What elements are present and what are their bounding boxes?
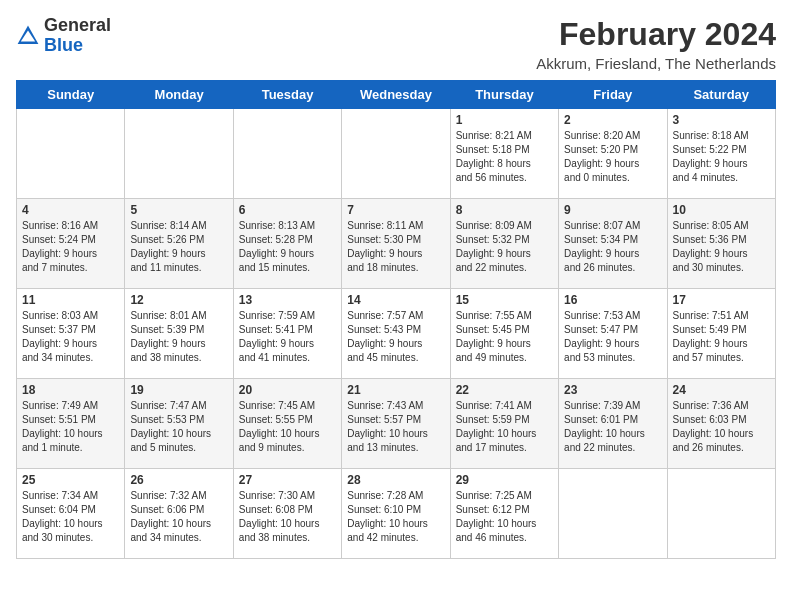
day-info: Sunrise: 8:09 AM Sunset: 5:32 PM Dayligh… (456, 219, 553, 275)
calendar-header: SundayMondayTuesdayWednesdayThursdayFrid… (17, 81, 776, 109)
day-info: Sunrise: 8:01 AM Sunset: 5:39 PM Dayligh… (130, 309, 227, 365)
calendar-cell: 7Sunrise: 8:11 AM Sunset: 5:30 PM Daylig… (342, 199, 450, 289)
calendar-cell (17, 109, 125, 199)
day-info: Sunrise: 7:32 AM Sunset: 6:06 PM Dayligh… (130, 489, 227, 545)
day-info: Sunrise: 8:11 AM Sunset: 5:30 PM Dayligh… (347, 219, 444, 275)
location: Akkrum, Friesland, The Netherlands (536, 55, 776, 72)
week-row-4: 18Sunrise: 7:49 AM Sunset: 5:51 PM Dayli… (17, 379, 776, 469)
calendar-cell (667, 469, 775, 559)
header-tuesday: Tuesday (233, 81, 341, 109)
calendar-cell: 16Sunrise: 7:53 AM Sunset: 5:47 PM Dayli… (559, 289, 667, 379)
header-row: SundayMondayTuesdayWednesdayThursdayFrid… (17, 81, 776, 109)
calendar-cell: 9Sunrise: 8:07 AM Sunset: 5:34 PM Daylig… (559, 199, 667, 289)
week-row-5: 25Sunrise: 7:34 AM Sunset: 6:04 PM Dayli… (17, 469, 776, 559)
calendar-cell: 24Sunrise: 7:36 AM Sunset: 6:03 PM Dayli… (667, 379, 775, 469)
day-number: 19 (130, 383, 227, 397)
week-row-1: 1Sunrise: 8:21 AM Sunset: 5:18 PM Daylig… (17, 109, 776, 199)
calendar-body: 1Sunrise: 8:21 AM Sunset: 5:18 PM Daylig… (17, 109, 776, 559)
day-number: 12 (130, 293, 227, 307)
day-info: Sunrise: 8:20 AM Sunset: 5:20 PM Dayligh… (564, 129, 661, 185)
day-number: 5 (130, 203, 227, 217)
day-number: 4 (22, 203, 119, 217)
header-wednesday: Wednesday (342, 81, 450, 109)
logo-blue: Blue (44, 35, 83, 55)
day-number: 6 (239, 203, 336, 217)
day-info: Sunrise: 7:47 AM Sunset: 5:53 PM Dayligh… (130, 399, 227, 455)
title-block: February 2024 Akkrum, Friesland, The Net… (536, 16, 776, 72)
day-number: 23 (564, 383, 661, 397)
calendar-cell: 27Sunrise: 7:30 AM Sunset: 6:08 PM Dayli… (233, 469, 341, 559)
calendar-cell: 5Sunrise: 8:14 AM Sunset: 5:26 PM Daylig… (125, 199, 233, 289)
day-info: Sunrise: 7:59 AM Sunset: 5:41 PM Dayligh… (239, 309, 336, 365)
calendar-cell: 4Sunrise: 8:16 AM Sunset: 5:24 PM Daylig… (17, 199, 125, 289)
calendar-cell: 11Sunrise: 8:03 AM Sunset: 5:37 PM Dayli… (17, 289, 125, 379)
day-number: 16 (564, 293, 661, 307)
day-number: 17 (673, 293, 770, 307)
header-saturday: Saturday (667, 81, 775, 109)
day-number: 27 (239, 473, 336, 487)
day-info: Sunrise: 8:21 AM Sunset: 5:18 PM Dayligh… (456, 129, 553, 185)
header-friday: Friday (559, 81, 667, 109)
day-number: 9 (564, 203, 661, 217)
calendar-cell: 12Sunrise: 8:01 AM Sunset: 5:39 PM Dayli… (125, 289, 233, 379)
calendar-table: SundayMondayTuesdayWednesdayThursdayFrid… (16, 80, 776, 559)
day-number: 29 (456, 473, 553, 487)
calendar-cell: 13Sunrise: 7:59 AM Sunset: 5:41 PM Dayli… (233, 289, 341, 379)
day-info: Sunrise: 7:28 AM Sunset: 6:10 PM Dayligh… (347, 489, 444, 545)
logo-icon (16, 24, 40, 48)
day-info: Sunrise: 7:39 AM Sunset: 6:01 PM Dayligh… (564, 399, 661, 455)
day-info: Sunrise: 8:05 AM Sunset: 5:36 PM Dayligh… (673, 219, 770, 275)
day-info: Sunrise: 7:25 AM Sunset: 6:12 PM Dayligh… (456, 489, 553, 545)
day-info: Sunrise: 7:30 AM Sunset: 6:08 PM Dayligh… (239, 489, 336, 545)
month-title: February 2024 (536, 16, 776, 53)
logo: General Blue (16, 16, 111, 56)
day-info: Sunrise: 8:16 AM Sunset: 5:24 PM Dayligh… (22, 219, 119, 275)
day-number: 24 (673, 383, 770, 397)
day-info: Sunrise: 8:18 AM Sunset: 5:22 PM Dayligh… (673, 129, 770, 185)
day-number: 28 (347, 473, 444, 487)
calendar-cell: 20Sunrise: 7:45 AM Sunset: 5:55 PM Dayli… (233, 379, 341, 469)
day-number: 18 (22, 383, 119, 397)
day-number: 11 (22, 293, 119, 307)
calendar-cell: 10Sunrise: 8:05 AM Sunset: 5:36 PM Dayli… (667, 199, 775, 289)
day-number: 15 (456, 293, 553, 307)
day-info: Sunrise: 7:55 AM Sunset: 5:45 PM Dayligh… (456, 309, 553, 365)
day-info: Sunrise: 7:51 AM Sunset: 5:49 PM Dayligh… (673, 309, 770, 365)
day-info: Sunrise: 7:57 AM Sunset: 5:43 PM Dayligh… (347, 309, 444, 365)
calendar-cell: 14Sunrise: 7:57 AM Sunset: 5:43 PM Dayli… (342, 289, 450, 379)
calendar-cell: 22Sunrise: 7:41 AM Sunset: 5:59 PM Dayli… (450, 379, 558, 469)
calendar-cell (233, 109, 341, 199)
day-info: Sunrise: 7:49 AM Sunset: 5:51 PM Dayligh… (22, 399, 119, 455)
day-number: 1 (456, 113, 553, 127)
day-number: 2 (564, 113, 661, 127)
calendar-cell: 6Sunrise: 8:13 AM Sunset: 5:28 PM Daylig… (233, 199, 341, 289)
header-monday: Monday (125, 81, 233, 109)
page-header: General Blue February 2024 Akkrum, Fries… (16, 16, 776, 72)
header-thursday: Thursday (450, 81, 558, 109)
calendar-cell (342, 109, 450, 199)
calendar-cell: 23Sunrise: 7:39 AM Sunset: 6:01 PM Dayli… (559, 379, 667, 469)
header-sunday: Sunday (17, 81, 125, 109)
calendar-cell (125, 109, 233, 199)
day-number: 3 (673, 113, 770, 127)
day-number: 8 (456, 203, 553, 217)
day-info: Sunrise: 7:45 AM Sunset: 5:55 PM Dayligh… (239, 399, 336, 455)
day-number: 22 (456, 383, 553, 397)
day-number: 10 (673, 203, 770, 217)
calendar-cell: 19Sunrise: 7:47 AM Sunset: 5:53 PM Dayli… (125, 379, 233, 469)
calendar-cell: 18Sunrise: 7:49 AM Sunset: 5:51 PM Dayli… (17, 379, 125, 469)
calendar-cell: 21Sunrise: 7:43 AM Sunset: 5:57 PM Dayli… (342, 379, 450, 469)
day-number: 14 (347, 293, 444, 307)
logo-general: General (44, 15, 111, 35)
calendar-cell: 17Sunrise: 7:51 AM Sunset: 5:49 PM Dayli… (667, 289, 775, 379)
calendar-cell: 28Sunrise: 7:28 AM Sunset: 6:10 PM Dayli… (342, 469, 450, 559)
day-info: Sunrise: 7:53 AM Sunset: 5:47 PM Dayligh… (564, 309, 661, 365)
calendar-cell: 2Sunrise: 8:20 AM Sunset: 5:20 PM Daylig… (559, 109, 667, 199)
calendar-cell: 25Sunrise: 7:34 AM Sunset: 6:04 PM Dayli… (17, 469, 125, 559)
day-number: 26 (130, 473, 227, 487)
calendar-cell: 26Sunrise: 7:32 AM Sunset: 6:06 PM Dayli… (125, 469, 233, 559)
day-info: Sunrise: 8:13 AM Sunset: 5:28 PM Dayligh… (239, 219, 336, 275)
day-info: Sunrise: 8:07 AM Sunset: 5:34 PM Dayligh… (564, 219, 661, 275)
calendar-cell (559, 469, 667, 559)
calendar-cell: 15Sunrise: 7:55 AM Sunset: 5:45 PM Dayli… (450, 289, 558, 379)
